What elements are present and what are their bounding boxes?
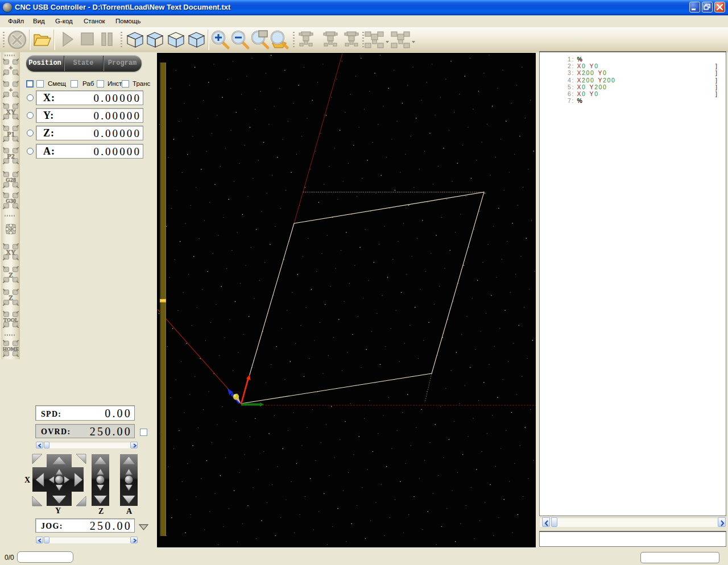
svg-text:XY: XY (6, 108, 16, 116)
svg-text:TOOL: TOOL (3, 317, 18, 323)
svg-text:G30: G30 (6, 198, 16, 204)
svg-text:P1: P1 (7, 130, 14, 138)
svg-text:G28: G28 (6, 177, 16, 183)
svg-text:+: + (9, 86, 13, 94)
svg-text:Z: Z (9, 271, 13, 279)
svg-text:Z: Z (9, 294, 13, 302)
svg-text:+: + (9, 64, 13, 72)
svg-text:HOME: HOME (3, 346, 19, 352)
svg-text:XY: XY (6, 248, 16, 256)
svg-text:P2: P2 (7, 152, 14, 160)
